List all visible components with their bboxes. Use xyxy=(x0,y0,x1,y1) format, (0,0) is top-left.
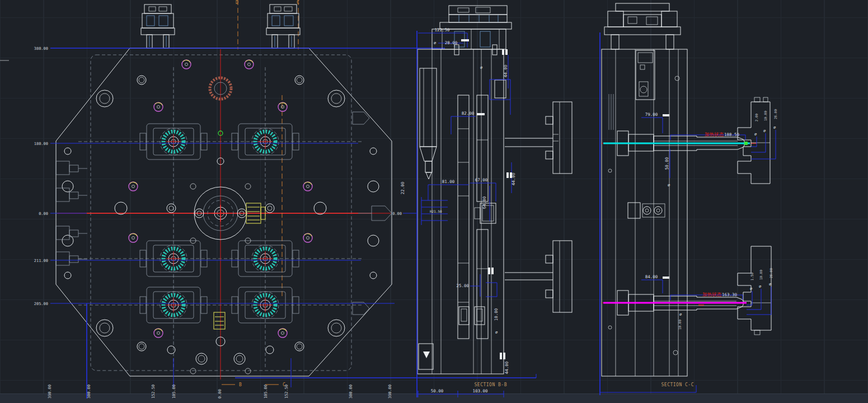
section-marker-c-bottom: C xyxy=(283,382,285,387)
cad-drawing: 380.00 180.00 0.00 211.00 205.00 390.00 … xyxy=(0,0,868,403)
dim-label[interactable]: 10.00 xyxy=(494,308,499,321)
axis-label: 211.00 xyxy=(34,259,48,263)
plan-dimension-lines[interactable] xyxy=(50,48,536,399)
diameter-symbol: ⌀ xyxy=(495,330,498,335)
dim-label[interactable]: 2.00 xyxy=(754,113,758,121)
dim-label[interactable]: 79.00 xyxy=(645,112,658,117)
dim-label[interactable]: 26.00 xyxy=(769,268,773,278)
axis-label: 205.00 xyxy=(34,302,48,306)
dim-label[interactable]: 25.00 xyxy=(456,283,469,288)
section-markers: D C B C xyxy=(222,0,299,387)
datum-label[interactable]: 0.00 xyxy=(392,212,402,216)
dim-label[interactable]: 1.50 xyxy=(750,272,754,280)
yellow-part-lower[interactable] xyxy=(214,312,225,329)
dim-label[interactable]: 26.00 xyxy=(773,109,777,119)
axis-label: 0.00 xyxy=(39,212,48,216)
axis-label: 300.00 xyxy=(349,385,353,399)
section-marker-c-top: C xyxy=(297,0,299,5)
cavity-block-top[interactable] xyxy=(738,97,770,184)
dim-label[interactable]: 188.50 xyxy=(724,132,740,137)
diameter-symbol: ⌀ xyxy=(763,129,766,133)
cad-viewport[interactable]: 380.00 180.00 0.00 211.00 205.00 390.00 … xyxy=(0,0,868,403)
section-marker-b: B xyxy=(239,382,242,387)
axis-label: 390.00 xyxy=(388,385,392,399)
dim-label[interactable]: 67.00 xyxy=(475,177,488,182)
section-b-title: SECTION B-B xyxy=(475,382,507,387)
axis-label: 105.00 xyxy=(172,385,176,399)
axis-label: 152.50 xyxy=(151,385,156,399)
axis-label: 390.00 xyxy=(48,385,52,399)
dim-label[interactable]: 10.00 xyxy=(763,111,767,121)
diameter-symbol: ⌀ xyxy=(759,284,761,289)
clamp-bracket-bottom[interactable] xyxy=(546,241,572,312)
section-c-view[interactable]: 79.00 加热状态 188.50 50.00 ⌀ 2.00 10.00 26.… xyxy=(600,3,777,395)
section-c-dimensions[interactable] xyxy=(600,32,776,395)
dim-label[interactable]: 22.00 xyxy=(400,181,405,194)
dim-label[interactable]: 10.00 xyxy=(678,320,682,330)
dim-label[interactable]: 84.00 xyxy=(645,274,658,279)
axis-label: 180.00 xyxy=(34,142,48,146)
dim-label[interactable]: R21.50 xyxy=(430,209,442,213)
dim-label[interactable]: 50.00 xyxy=(664,157,669,170)
dim-label[interactable]: 103.00 xyxy=(472,388,488,393)
clamp-bracket-top[interactable] xyxy=(546,102,572,174)
section-b-view[interactable]: 122.50 ⌀ 28.00 44.00 ⌀ 82.00 22.00 81.00… xyxy=(392,6,572,397)
diameter-symbol: ⌀ xyxy=(750,287,752,291)
diameter-symbol: ⌀ xyxy=(480,65,482,70)
dim-label[interactable]: 10.00 xyxy=(759,270,763,280)
dim-label[interactable]: 44.00 xyxy=(503,64,508,77)
diameter-symbol: ⌀ xyxy=(773,125,776,130)
hot-runner-label-top: 加热状态 xyxy=(705,132,724,137)
dim-label[interactable]: 44.00 xyxy=(511,172,516,185)
axis-label: 0.00 xyxy=(218,389,222,399)
diameter-symbol: ⌀ xyxy=(679,312,682,317)
diameter-symbol: ⌀ xyxy=(754,132,757,137)
plan-axis-labels: 380.00 180.00 0.00 211.00 205.00 390.00 … xyxy=(34,46,392,399)
dim-label[interactable]: 82.00 xyxy=(462,111,475,116)
axis-label: 300.00 xyxy=(87,385,91,399)
dim-label[interactable]: 44.00 xyxy=(504,361,509,374)
dim-label[interactable]: 163.30 xyxy=(722,292,738,297)
dim-label[interactable]: 64.00 xyxy=(482,196,487,209)
dim-label[interactable]: 28.00 xyxy=(445,40,458,45)
dim-label[interactable]: 50.00 xyxy=(431,388,444,393)
axis-label: 105.00 xyxy=(264,385,268,399)
dim-label[interactable]: 122.50 xyxy=(434,27,450,32)
diameter-symbol: ⌀ xyxy=(668,183,670,188)
section-marker-d: D xyxy=(236,0,238,5)
diameter-symbol: ⌀ xyxy=(434,41,436,45)
section-c-title: SECTION C-C xyxy=(661,382,694,387)
axis-label: 380.00 xyxy=(34,46,48,51)
hot-runner-label-bottom: 加热状态 xyxy=(702,292,722,297)
diameter-symbol: ⌀ xyxy=(769,282,771,287)
dim-label[interactable]: 81.00 xyxy=(442,179,455,184)
cavity-block-bottom[interactable] xyxy=(738,246,771,335)
plan-view[interactable]: 380.00 180.00 0.00 211.00 205.00 390.00 … xyxy=(0,0,536,399)
